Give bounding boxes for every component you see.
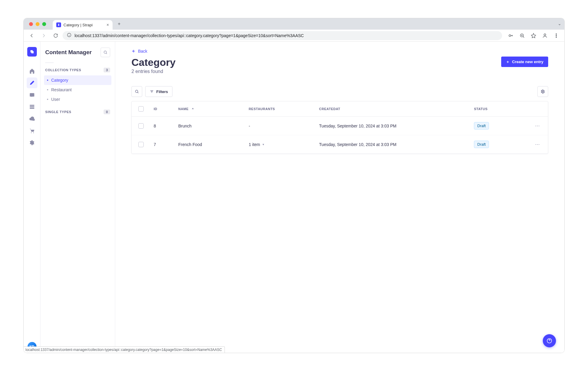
window-close-button[interactable]	[29, 22, 33, 26]
rail-deploy-icon[interactable]	[27, 113, 37, 124]
search-icon	[135, 89, 139, 94]
table-search-button[interactable]	[131, 86, 142, 97]
table-row[interactable]: 8 Brunch - Tuesday, September 10, 2024 a…	[132, 117, 548, 135]
rail-home-icon[interactable]	[27, 66, 37, 76]
sidebar-item-restaurant[interactable]: Restaurant	[44, 85, 111, 95]
svg-point-10	[556, 35, 557, 36]
rail-marketplace-icon[interactable]	[27, 125, 37, 136]
column-header-createdat[interactable]: CREATEDAT	[316, 101, 470, 117]
rail-media-library-icon[interactable]	[27, 89, 37, 100]
strapi-logo[interactable]	[27, 47, 37, 57]
help-icon	[546, 338, 552, 344]
kebab-menu-icon[interactable]	[551, 31, 561, 40]
window-maximize-button[interactable]	[42, 22, 46, 26]
cell-name: French Food	[175, 135, 245, 154]
app-container: KD Content Manager COLLECTION TYPES 3 Ca…	[24, 42, 564, 353]
browser-reload-button[interactable]	[51, 31, 61, 40]
plus-icon	[506, 60, 510, 64]
bullet-icon	[47, 89, 48, 90]
svg-point-9	[556, 34, 557, 34]
sidebar-item-label: User	[51, 97, 60, 102]
row-actions-icon[interactable]: ⋯	[535, 123, 540, 128]
svg-rect-14	[30, 105, 34, 106]
rail-content-type-builder-icon[interactable]	[27, 101, 37, 112]
group-label: COLLECTION TYPES	[45, 68, 81, 72]
zoom-icon[interactable]	[517, 31, 527, 40]
back-link[interactable]: Back	[131, 49, 147, 54]
profile-icon[interactable]	[540, 31, 550, 40]
create-entry-button[interactable]: Create new entry	[501, 57, 548, 67]
table-row[interactable]: 7 French Food 1 item ▾ Tuesday, Septembe…	[132, 135, 548, 154]
filters-label: Filters	[156, 89, 168, 94]
new-tab-button[interactable]: +	[115, 20, 123, 28]
svg-point-3	[509, 35, 511, 37]
password-icon[interactable]	[506, 31, 516, 40]
back-label: Back	[138, 49, 147, 54]
filters-button[interactable]: Filters	[145, 86, 172, 97]
filter-icon	[150, 89, 154, 94]
window-minimize-button[interactable]	[36, 22, 40, 26]
group-count-badge: 0	[104, 110, 110, 114]
svg-line-5	[523, 37, 524, 38]
browser-tab[interactable]: Category | Strapi ×	[53, 20, 113, 30]
status-badge: Draft	[474, 141, 489, 148]
column-header-id[interactable]: ID	[150, 101, 175, 117]
row-checkbox[interactable]	[138, 123, 144, 129]
column-label: NAME	[178, 107, 188, 111]
browser-status-bar: localhost:1337/admin/content-manager/col…	[24, 346, 225, 353]
content-manager-sidebar: Content Manager COLLECTION TYPES 3 Categ…	[40, 42, 115, 353]
tab-overflow-button[interactable]: ⌄	[558, 21, 561, 26]
help-button[interactable]	[543, 334, 556, 347]
page-subtitle: 2 entries found	[131, 69, 175, 74]
caret-down-icon: ▾	[263, 143, 264, 146]
svg-point-24	[135, 90, 138, 92]
cell-id: 7	[150, 135, 175, 154]
browser-url-field[interactable]: localhost:1337/admin/content-manager/col…	[63, 31, 502, 40]
column-header-name[interactable]: NAME	[175, 101, 245, 117]
column-header-status[interactable]: STATUS	[470, 101, 527, 117]
bullet-icon	[47, 99, 48, 100]
sidebar-item-category[interactable]: Category	[44, 75, 111, 85]
window-controls	[27, 22, 50, 26]
row-actions-icon[interactable]: ⋯	[535, 142, 540, 147]
rail-content-manager-icon[interactable]	[27, 77, 37, 88]
browser-tab-bar: Category | Strapi × + ⌄	[24, 18, 564, 30]
browser-window: Category | Strapi × + ⌄ localhost:1337/a…	[23, 18, 565, 353]
column-header-restaurants[interactable]: RESTAURANTS	[245, 101, 316, 117]
status-badge: Draft	[474, 122, 489, 130]
rail-settings-icon[interactable]	[27, 137, 37, 148]
select-all-checkbox[interactable]	[138, 106, 144, 112]
browser-right-icons	[504, 31, 561, 40]
sidebar-item-user[interactable]: User	[44, 95, 111, 104]
svg-point-29	[542, 91, 543, 92]
site-info-icon[interactable]	[67, 33, 72, 38]
svg-line-25	[137, 92, 138, 93]
table-header: ID NAME RESTAURANTS CREATEDAT STATUS	[132, 101, 548, 117]
sidebar-search-button[interactable]	[101, 48, 110, 57]
bullet-icon	[47, 80, 48, 81]
browser-back-button[interactable]	[27, 31, 37, 40]
browser-forward-button[interactable]	[39, 31, 49, 40]
tab-close-icon[interactable]: ×	[107, 22, 109, 27]
cell-createdat: Tuesday, September 10, 2024 at 3:03 PM	[316, 117, 470, 135]
sidebar-group-single-types: SINGLE TYPES 0	[45, 110, 110, 114]
sidebar-item-label: Category	[51, 78, 68, 83]
create-button-label: Create new entry	[512, 60, 543, 64]
svg-point-13	[31, 94, 31, 95]
row-checkbox[interactable]	[138, 142, 144, 147]
icon-rail: KD	[24, 42, 40, 353]
restaurants-value: 1 item	[249, 142, 260, 147]
sidebar-divider	[45, 63, 54, 63]
table-settings-button[interactable]	[537, 86, 548, 97]
sidebar-title: Content Manager	[45, 49, 92, 56]
svg-point-20	[104, 51, 106, 53]
page-title: Category	[131, 57, 175, 68]
url-text: localhost:1337/admin/content-manager/col…	[75, 33, 304, 38]
sidebar-group-collection-types: COLLECTION TYPES 3 Category Restaurant U…	[45, 68, 110, 104]
cell-restaurants[interactable]: 1 item ▾	[245, 135, 316, 154]
group-label: SINGLE TYPES	[45, 110, 71, 114]
bookmark-star-icon[interactable]	[528, 31, 539, 40]
sidebar-item-label: Restaurant	[51, 87, 72, 92]
entries-table: ID NAME RESTAURANTS CREATEDAT STATUS	[131, 101, 548, 154]
svg-point-17	[31, 132, 32, 133]
